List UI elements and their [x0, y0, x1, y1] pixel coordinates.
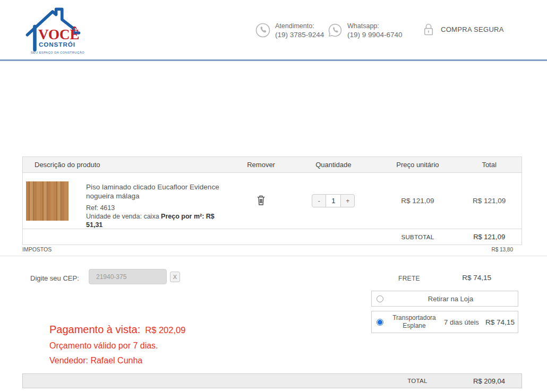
logo-word-constroi: CONSTRÓI: [39, 41, 75, 48]
item-total-price: R$ 121,09: [457, 173, 522, 229]
subtotal-label: SUBTOTAL: [379, 234, 457, 240]
house-logo-icon: VOCÊ CONSTRÓI SEU ESPAÇO DA CONSTRUÇÃO: [23, 3, 98, 57]
carrier-name: Transportadora Esplane: [388, 314, 441, 330]
subtotal-value: R$ 121,09: [457, 233, 522, 241]
pickup-radio[interactable]: [377, 295, 383, 302]
payment-label: Pagamento à vista:: [49, 324, 140, 336]
product-description-cell: Piso laminado clicado Eucafloor Evidence…: [23, 173, 234, 229]
secure-purchase-badge: COMPRA SEGURA: [423, 22, 504, 37]
column-total: Total: [457, 161, 522, 169]
quote-notes: Pagamento à vista: R$ 202,09 Orçamento v…: [49, 324, 185, 365]
cart-table-header: Descrição do produto Remover Quantidade …: [22, 156, 522, 173]
product-ref: Ref: 4613: [86, 204, 232, 212]
contact-atendimento: Atendimento: (19) 3785-9244: [255, 22, 324, 39]
shipping-option-carrier[interactable]: Transportadora Esplane 7 dias úteis R$ 7…: [371, 311, 518, 333]
quote-seller: Vendedor: Rafael Cunha: [49, 355, 185, 365]
whatsapp-icon: [328, 23, 343, 38]
product-unit-line: Unidade de venda: caixa Preço por m²: R$…: [86, 212, 232, 229]
quantity-input[interactable]: [326, 194, 340, 207]
carrier-eta: 7 dias úteis: [441, 318, 482, 326]
phone-icon: [255, 23, 270, 38]
carrier-name-line2: Esplane: [403, 322, 425, 329]
carrier-price: R$ 74,15: [482, 318, 518, 326]
cep-label: Digite seu CEP:: [30, 274, 79, 282]
column-unit-price: Preço unitário: [379, 161, 457, 169]
product-text: Piso laminado clicado Eucafloor Evidence…: [86, 181, 232, 229]
subtotal-row: SUBTOTAL R$ 121,09: [22, 229, 522, 245]
freight-label: FRETE: [398, 275, 420, 282]
logo-word-voce: VOCÊ: [38, 27, 80, 42]
payment-line: Pagamento à vista: R$ 202,09: [49, 324, 185, 336]
total-bar: TOTAL R$ 209,04: [22, 373, 522, 388]
item-unit-price: R$ 121,09: [379, 173, 457, 229]
remove-item-button[interactable]: [254, 193, 268, 210]
contact-label: Whatsapp:: [347, 22, 403, 30]
contact-value: (19) 3785-9244: [275, 30, 324, 39]
carrier-radio[interactable]: [377, 319, 383, 326]
column-quantity: Quantidade: [288, 161, 379, 169]
contact-label: Atendimento:: [275, 22, 324, 30]
cep-input[interactable]: [89, 269, 167, 284]
quantity-decrease-button[interactable]: -: [312, 194, 326, 207]
cart-table: Descrição do produto Remover Quantidade …: [22, 156, 522, 245]
contact-text: Whatsapp: (19) 9 9904-6740: [347, 22, 403, 39]
trash-icon: [257, 195, 266, 206]
contact-whatsapp: Whatsapp: (19) 9 9904-6740: [328, 22, 403, 39]
product-title: Piso laminado clicado Eucafloor Evidence…: [86, 182, 232, 201]
quote-validity: Orçamento válido por 7 dias.: [49, 341, 185, 351]
contact-text: Atendimento: (19) 3785-9244: [275, 22, 324, 39]
quantity-stepper: - +: [312, 194, 355, 207]
freight-value: R$ 74,15: [454, 274, 491, 282]
product-unit-label: Unidade de venda: caixa: [86, 213, 159, 220]
shipping-option-pickup[interactable]: Retirar na Loja: [371, 291, 518, 307]
pickup-label: Retirar na Loja: [383, 295, 518, 303]
quantity-increase-button[interactable]: +: [340, 194, 355, 207]
logo-tagline: SEU ESPAÇO DA CONSTRUÇÃO: [31, 51, 84, 54]
quantity-cell: - +: [288, 173, 379, 229]
taxes-row: IMPOSTOS R$ 13,80: [0, 245, 547, 256]
column-description: Descrição do produto: [23, 161, 234, 169]
remove-cell: [234, 173, 288, 229]
store-logo[interactable]: VOCÊ CONSTRÓI SEU ESPAÇO DA CONSTRUÇÃO: [23, 3, 98, 57]
taxes-label: IMPOSTOS: [22, 246, 52, 252]
contact-value: (19) 9 9904-6740: [347, 30, 403, 39]
payment-value: R$ 202,09: [145, 325, 185, 335]
product-image: [26, 181, 69, 221]
column-remove: Remover: [234, 161, 288, 169]
total-label: TOTAL: [378, 378, 457, 384]
carrier-name-line1: Transportadora: [392, 314, 436, 321]
lock-icon: [423, 22, 434, 37]
cep-clear-button[interactable]: X: [170, 272, 180, 282]
total-value: R$ 209,04: [457, 377, 522, 385]
taxes-value: R$ 13,80: [491, 247, 513, 252]
cart-item-row: Piso laminado clicado Eucafloor Evidence…: [22, 173, 522, 229]
cart-page: VOCÊ CONSTRÓI SEU ESPAÇO DA CONSTRUÇÃO A…: [0, 0, 547, 392]
header-divider: [0, 59, 547, 61]
secure-purchase-label: COMPRA SEGURA: [441, 25, 504, 33]
